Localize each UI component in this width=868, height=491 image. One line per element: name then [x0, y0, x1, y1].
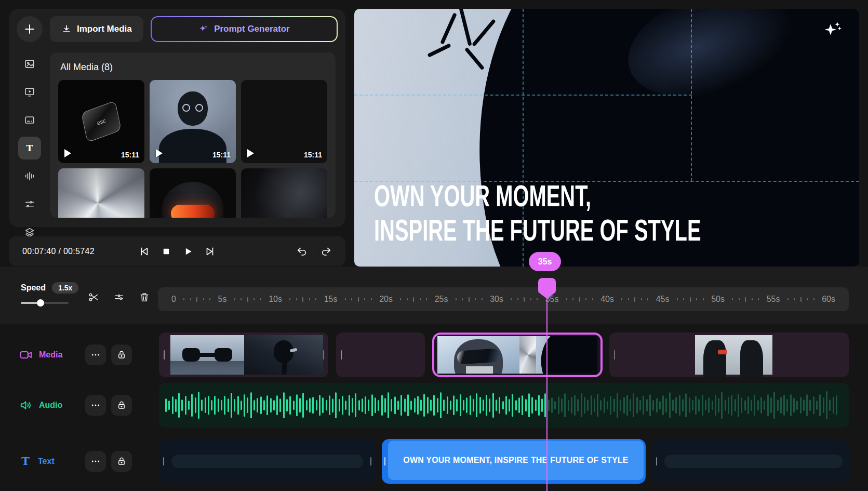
- text-track-lock-button[interactable]: [111, 451, 132, 472]
- ruler-ticks: [672, 297, 710, 302]
- waveform-bar: [489, 399, 490, 413]
- waveform-bar: [188, 401, 190, 410]
- text-clip-placeholder: [664, 455, 843, 468]
- prompt-generator-border: Prompt Generator: [151, 16, 338, 42]
- trim-mark: [384, 457, 385, 466]
- waveform-bar: [613, 399, 615, 413]
- nav-audio-tab[interactable]: [18, 165, 41, 188]
- video-preview-canvas[interactable]: OWN YOUR MOMENT, INSPIRE THE FUTURE OF S…: [354, 9, 859, 267]
- timeline-ruler[interactable]: 05s10s15s20s25s30s35s40s45s50s55s60s: [158, 287, 849, 311]
- text-clip-1[interactable]: [159, 439, 376, 484]
- text-track-options-button[interactable]: [85, 451, 106, 472]
- ruler-ticks: [450, 297, 488, 302]
- waveform-bar: [607, 401, 608, 409]
- media-clip-3-selected[interactable]: [432, 333, 603, 377]
- media-track-lock-button[interactable]: [111, 344, 132, 365]
- audio-track-lock-button[interactable]: [111, 395, 132, 416]
- waveform-bar: [397, 401, 399, 410]
- waveform-bar: [427, 397, 429, 413]
- waveform-bar: [741, 397, 742, 413]
- waveform-bar: [695, 396, 697, 414]
- media-item-helmet[interactable]: [150, 168, 236, 218]
- nav-captions-tab[interactable]: [18, 109, 41, 131]
- waveform-bar: [738, 394, 739, 417]
- media-item-chrome[interactable]: [58, 168, 144, 218]
- waveform-bar: [437, 398, 438, 412]
- audio-clip-waveform[interactable]: [159, 383, 849, 428]
- waveform-bar: [525, 399, 527, 412]
- waveform-bar: [178, 393, 180, 417]
- library-toolbar: Import Media Prompt Generator: [17, 16, 338, 42]
- media-item-esc-key[interactable]: esc15:11: [58, 80, 144, 163]
- skip-end-icon: [204, 246, 216, 257]
- waveform-bar: [306, 400, 308, 410]
- waveform-bar: [591, 395, 592, 415]
- audio-track-header: Audio: [19, 383, 149, 428]
- ruler-ticks: [178, 297, 216, 302]
- media-clip-4[interactable]: [609, 333, 849, 377]
- waveform-bar: [250, 392, 252, 418]
- lock-icon: [117, 401, 126, 410]
- preview-headline-text[interactable]: OWN YOUR MOMENT, INSPIRE THE FUTURE OF S…: [374, 179, 701, 247]
- add-media-button[interactable]: [17, 16, 43, 42]
- play-icon: [183, 246, 193, 257]
- waveform-bar: [610, 396, 611, 415]
- ellipsis-icon: [90, 350, 101, 360]
- waveform-bar: [515, 400, 517, 410]
- waveform-bar: [786, 399, 788, 411]
- audio-track-options-button[interactable]: [85, 395, 106, 416]
- media-clip-2[interactable]: [336, 333, 425, 377]
- waveform-bar: [218, 399, 219, 413]
- media-item-dark[interactable]: [241, 168, 327, 218]
- waveform-bar: [466, 397, 468, 413]
- text-clip-caption: OWN YOUR MOMENT, INSPIRE THE FUTURE OF S…: [403, 456, 628, 465]
- delete-clip-button[interactable]: [138, 291, 151, 303]
- skip-start-button[interactable]: [138, 245, 151, 258]
- thumb-play-icon: [247, 149, 254, 157]
- nav-images-tab[interactable]: [18, 52, 41, 75]
- waveform-bar: [326, 400, 327, 411]
- text-clip-3[interactable]: [652, 439, 849, 484]
- split-clip-button[interactable]: [87, 291, 100, 303]
- hair-strand: [440, 12, 457, 44]
- media-item-vr-headset[interactable]: 15:11: [241, 80, 327, 163]
- speed-slider-knob[interactable]: [37, 299, 44, 307]
- waveform-bar: [639, 400, 641, 411]
- clip-adjust-button[interactable]: [113, 291, 125, 303]
- ruler-label: 10s: [269, 295, 282, 304]
- text-clip-2-active[interactable]: OWN YOUR MOMENT, INSPIRE THE FUTURE OF S…: [382, 439, 646, 484]
- media-clip-1[interactable]: [159, 333, 328, 377]
- playhead-handle[interactable]: [538, 278, 556, 293]
- undo-button[interactable]: [295, 245, 309, 258]
- waveform-bar: [371, 394, 373, 416]
- nav-text-tab[interactable]: T: [18, 137, 41, 160]
- waveform-bar: [757, 400, 759, 410]
- ai-enhance-button[interactable]: [823, 20, 843, 39]
- redo-button[interactable]: [319, 245, 333, 258]
- waveform-bar: [381, 395, 383, 415]
- waveform-bar: [266, 395, 268, 415]
- media-track-options-button[interactable]: [85, 344, 106, 365]
- import-media-button[interactable]: Import Media: [50, 16, 143, 42]
- waveform-bar: [450, 401, 451, 409]
- waveform-bar: [400, 395, 402, 415]
- speed-slider[interactable]: [21, 302, 69, 304]
- waveform-bar: [826, 391, 827, 419]
- nav-videos-tab[interactable]: [18, 81, 41, 103]
- ruler-label: 60s: [822, 295, 835, 304]
- media-item-portrait[interactable]: 15:11: [150, 80, 236, 163]
- waveform-bar: [793, 398, 795, 413]
- stop-button[interactable]: [159, 245, 173, 258]
- timecode-display: 00:07:40 / 00:5742: [22, 247, 95, 256]
- waveform-bar: [443, 400, 445, 412]
- headline-line-1: OWN YOUR MOMENT,: [374, 179, 701, 214]
- waveform-bar: [394, 396, 396, 415]
- waveform-bar: [237, 396, 239, 415]
- media-library-panel: Import Media Prompt Generator: [9, 9, 345, 227]
- skip-end-button[interactable]: [203, 245, 217, 258]
- nav-adjust-tab[interactable]: [18, 193, 41, 216]
- scissors-icon: [88, 291, 99, 303]
- play-button[interactable]: [181, 245, 195, 258]
- prompt-generator-button[interactable]: Prompt Generator: [152, 17, 337, 41]
- plus-icon: [23, 23, 36, 35]
